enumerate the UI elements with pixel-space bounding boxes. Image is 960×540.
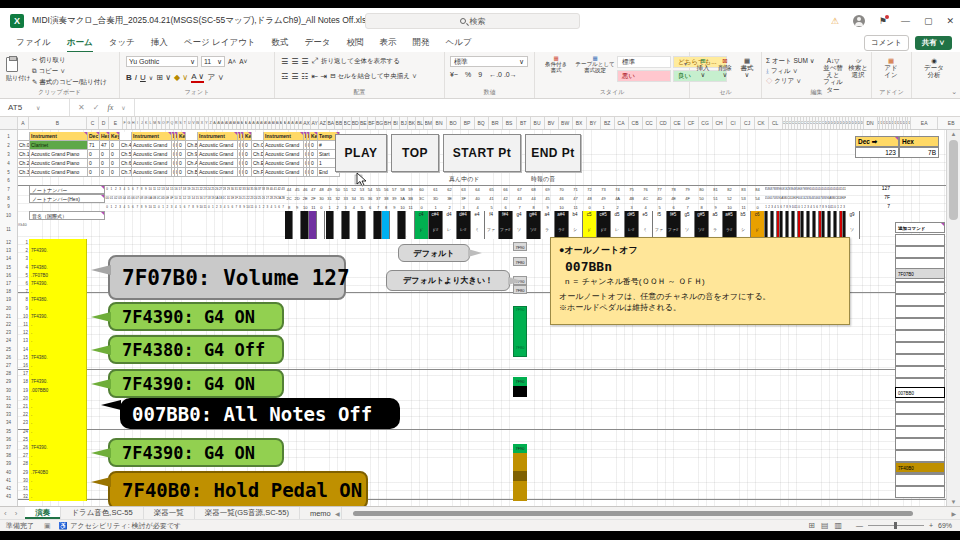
add-command-cell[interactable] (895, 294, 945, 306)
column-header[interactable]: BT (517, 117, 531, 129)
macro-cell[interactable]: .007BB0 (31, 387, 86, 395)
horizontal-scrollbar[interactable]: ◀ ▶ (345, 510, 946, 517)
horizontal-scroll-thumb[interactable] (353, 511, 913, 516)
table-cell[interactable]: Acoustic Grand (264, 159, 304, 168)
table-cell[interactable]: Ch.A (186, 159, 198, 168)
g4-event-cell[interactable]: 7F90 (513, 444, 527, 453)
column-header[interactable]: BH (384, 117, 392, 129)
a-col-value[interactable]: 17 (18, 370, 28, 378)
piano-key-d#4[interactable]: d#4レ# (457, 211, 471, 239)
macro-cell[interactable]: 7F4380. (31, 264, 86, 272)
piano-key-e5[interactable]: e5ミ (639, 211, 653, 239)
a-col-value[interactable]: 5 (18, 272, 28, 280)
sheet-nav-left[interactable]: ‹ (0, 509, 11, 518)
column-header[interactable]: BI (392, 117, 400, 129)
column-header[interactable]: CD (657, 117, 671, 129)
currency-icon[interactable]: ¥~ (450, 71, 458, 78)
phonetic-icon[interactable]: ア ∨ (207, 72, 224, 83)
a-col-value[interactable]: 30 (18, 477, 28, 485)
clear-button[interactable]: ◇ クリア ∨ (766, 76, 814, 86)
piano-key-a4[interactable]: a4ラ (541, 211, 555, 239)
piano-key-g#5[interactable]: g#5ソ# (695, 211, 709, 239)
table-cell[interactable]: Ch.0 (18, 141, 30, 150)
a-col-value[interactable]: 3 (18, 255, 28, 263)
format-cells-button[interactable]: ▦書式∨ (736, 57, 758, 78)
macro-cell[interactable]: 7F4390. (31, 313, 86, 321)
column-header[interactable]: E (109, 117, 123, 129)
sheet-tab[interactable]: ドラム音色,SC-55 (61, 507, 143, 519)
dec-header-cell[interactable]: Dec ➡ (855, 136, 899, 147)
spreadsheet-grid[interactable]: 1234567891011121314151617181920212223242… (0, 130, 960, 506)
table-cell[interactable]: Acoustic Grand (198, 141, 238, 150)
macro-cell[interactable]: . (31, 403, 86, 411)
column-header[interactable]: BM (425, 117, 433, 129)
macro-cell[interactable]: 7F4390. (31, 247, 86, 255)
piano-key[interactable] (293, 211, 301, 239)
a-col-value[interactable]: 28 (18, 460, 28, 468)
row-header[interactable]: 29 (0, 378, 17, 386)
scroll-down-arrow[interactable]: ▼ (947, 499, 960, 505)
row-header[interactable]: 12 (0, 239, 17, 247)
column-header[interactable]: BX (573, 117, 587, 129)
table-cell[interactable]: Ch.1 (18, 150, 30, 159)
row-header[interactable]: 18 (0, 288, 17, 296)
table-cell[interactable]: Acoustic Grand Piano (30, 150, 88, 159)
a-col-value[interactable]: 12 (18, 329, 28, 337)
row-header[interactable]: 25 (0, 346, 17, 354)
add-command-cell[interactable] (895, 306, 945, 318)
table-cell[interactable]: Acoustic Grand (264, 141, 304, 150)
table-cell[interactable]: Ch.E (252, 159, 264, 168)
column-header[interactable]: CG (699, 117, 713, 129)
number-format-select[interactable]: 標準∨ (450, 56, 528, 67)
vertical-scrollbar[interactable]: ▲ ▼ (946, 130, 960, 506)
table-cell[interactable]: Acoustic Grand (198, 150, 238, 159)
find-select-button[interactable]: ○̷検索と 選択 (846, 57, 870, 78)
macro-cell[interactable]: . (31, 362, 86, 370)
macro-cell[interactable]: . (31, 460, 86, 468)
table-header-cell[interactable]: Dec (88, 132, 100, 141)
g4-event-cell[interactable]: 7F80 (513, 285, 527, 294)
table-cell[interactable]: 0 (244, 150, 252, 159)
macro-cell[interactable]: . (31, 288, 86, 296)
column-header[interactable]: BJ (400, 117, 408, 129)
table-cell[interactable]: 0 (244, 168, 252, 177)
vertical-scroll-thumb[interactable] (949, 140, 958, 220)
analyze-data-button[interactable]: ◉データ 分析 (918, 57, 950, 78)
piano-key-d5[interactable]: d5レ (611, 211, 625, 239)
row-header[interactable]: 17 (0, 280, 17, 288)
table-cell[interactable]: Ch.7 (120, 168, 132, 177)
row-header[interactable]: 5 (0, 168, 17, 177)
format-as-table-button[interactable]: ▦テーブルとして 書式設定 (575, 55, 615, 73)
comma-icon[interactable]: 9 (478, 71, 482, 78)
column-header[interactable]: BK (408, 117, 416, 129)
piano-key[interactable] (382, 211, 390, 239)
piano-key[interactable] (301, 211, 309, 239)
font-color-icon[interactable]: A ∨ (191, 72, 204, 83)
column-header[interactable]: BB (335, 117, 343, 129)
table-header-cell[interactable] (18, 132, 30, 141)
table-cell[interactable]: Acoustic Grand (264, 150, 304, 159)
accessibility-icon[interactable]: ♿ (59, 522, 68, 530)
bold-button[interactable]: B (126, 73, 132, 82)
styles-gallery-arrow[interactable]: ▾ (684, 60, 687, 67)
minimize-button[interactable]: — (901, 16, 910, 26)
column-header[interactable]: BV (545, 117, 559, 129)
table-cell[interactable]: Acoustic Grand Piano (30, 159, 88, 168)
piano-key[interactable] (358, 211, 366, 239)
table-cell[interactable]: 0 (178, 150, 186, 159)
row-header[interactable]: 34 (0, 419, 17, 427)
macro-cell[interactable]: 7F4390. (31, 378, 86, 386)
a-col-value[interactable]: 21 (18, 403, 28, 411)
add-command-cell[interactable] (895, 486, 945, 498)
table-cell[interactable]: 0 (310, 141, 318, 150)
add-command-cell[interactable] (895, 366, 945, 378)
a-col-value[interactable]: 20 (18, 395, 28, 403)
piano-key[interactable] (350, 211, 358, 239)
macro-cell[interactable]: . (31, 370, 86, 378)
scroll-up-arrow[interactable]: ▲ (947, 131, 960, 137)
a-col-value[interactable]: 9 (18, 305, 28, 313)
cell-style-chip[interactable]: 悪い (617, 70, 671, 82)
orientation-icon[interactable]: ⤢ (312, 56, 318, 66)
copy-button[interactable]: ⧉ コピー ∨ (32, 67, 107, 76)
ribbon-tab[interactable]: ヘルプ (437, 34, 479, 52)
